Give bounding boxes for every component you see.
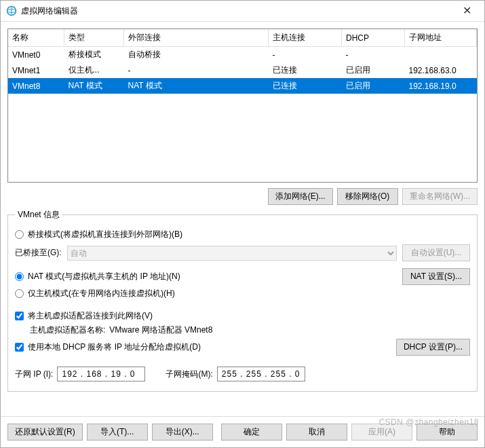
cancel-button[interactable]: 取消: [286, 424, 347, 441]
nat-mode-radio[interactable]: [15, 272, 24, 281]
nat-settings-button[interactable]: NAT 设置(S)...: [402, 268, 470, 285]
use-dhcp-label: 使用本地 DHCP 服务将 IP 地址分配给虚拟机(D): [28, 341, 201, 353]
table-cell: NAT 模式: [124, 78, 269, 94]
table-cell: 仅主机...: [64, 62, 124, 78]
subnet-ip-label: 子网 IP (I):: [15, 369, 53, 380]
apply-button: 应用(A): [351, 424, 412, 441]
ok-button[interactable]: 确定: [221, 424, 282, 441]
subnet-mask-label: 子网掩码(M):: [166, 369, 212, 380]
list-empty-area: [8, 94, 477, 182]
column-header[interactable]: 主机连接: [269, 29, 342, 47]
connect-host-adapter-label: 将主机虚拟适配器连接到此网络(V): [28, 310, 153, 322]
table-cell: 自动桥接: [124, 47, 269, 63]
export-button[interactable]: 导出(X)...: [152, 424, 213, 441]
table-cell: -: [124, 62, 269, 78]
rename-network-button: 重命名网络(W)...: [402, 188, 478, 205]
network-table: 名称类型外部连接主机连接DHCP子网地址 VMnet0桥接模式自动桥接--VMn…: [8, 29, 477, 94]
window-title: 虚拟网络编辑器: [21, 5, 454, 17]
titlebar: 虚拟网络编辑器 ✕: [1, 1, 484, 22]
table-cell: 192.168.63.0: [405, 62, 477, 78]
table-cell: -: [269, 47, 342, 63]
bridge-mode-radio[interactable]: [15, 230, 24, 239]
virtual-network-editor-window: 虚拟网络编辑器 ✕ 名称类型外部连接主机连接DHCP子网地址 VMnet0桥接模…: [0, 0, 485, 448]
table-cell: 桥接模式: [64, 47, 124, 63]
dhcp-settings-button[interactable]: DHCP 设置(P)...: [396, 339, 470, 356]
table-cell: NAT 模式: [64, 78, 124, 94]
table-row[interactable]: VMnet0桥接模式自动桥接--: [8, 47, 477, 63]
dialog-body: 名称类型外部连接主机连接DHCP子网地址 VMnet0桥接模式自动桥接--VMn…: [1, 22, 484, 416]
table-row[interactable]: VMnet1仅主机...-已连接已启用192.168.63.0: [8, 62, 477, 78]
table-cell: VMnet1: [8, 62, 64, 78]
host-adapter-name-label: 主机虚拟适配器名称:: [30, 324, 105, 336]
column-header[interactable]: 名称: [8, 29, 64, 47]
remove-network-button[interactable]: 移除网络(O): [337, 188, 398, 205]
bridge-to-select: 自动: [67, 246, 397, 261]
hostonly-mode-label: 仅主机模式(在专用网络内连接虚拟机)(H): [28, 288, 175, 299]
table-cell: 192.168.19.0: [405, 78, 477, 94]
table-cell: VMnet0: [8, 47, 64, 63]
host-adapter-name-value: VMware 网络适配器 VMnet8: [109, 324, 212, 336]
column-header[interactable]: 外部连接: [124, 29, 269, 47]
table-cell: 已连接: [269, 62, 342, 78]
connect-host-adapter-checkbox[interactable]: [15, 312, 24, 320]
vmnet-info-group: VMnet 信息 桥接模式(将虚拟机直接连接到外部网络)(B) 已桥接至(G):…: [7, 209, 478, 392]
subnet-mask-input[interactable]: [217, 367, 305, 381]
use-dhcp-checkbox[interactable]: [15, 343, 24, 352]
app-icon: [6, 5, 17, 16]
vmnet-info-legend: VMnet 信息: [15, 209, 62, 221]
table-cell: 已启用: [342, 62, 405, 78]
restore-defaults-button[interactable]: 还原默认设置(R): [7, 424, 83, 441]
column-header[interactable]: 类型: [64, 29, 124, 47]
add-network-button[interactable]: 添加网络(E)...: [268, 188, 333, 205]
import-button[interactable]: 导入(T)...: [87, 424, 148, 441]
table-cell: 已连接: [269, 78, 342, 94]
close-icon[interactable]: ✕: [454, 5, 479, 16]
table-row[interactable]: VMnet8NAT 模式NAT 模式已连接已启用192.168.19.0: [8, 78, 477, 94]
column-header[interactable]: 子网地址: [405, 29, 477, 47]
auto-settings-button: 自动设置(U)...: [402, 244, 470, 261]
table-cell: 已启用: [342, 78, 405, 94]
help-button[interactable]: 帮助: [416, 424, 478, 441]
table-cell: VMnet8: [8, 78, 64, 94]
subnet-ip-input[interactable]: [57, 367, 145, 381]
table-cell: [405, 47, 477, 63]
nat-mode-label: NAT 模式(与虚拟机共享主机的 IP 地址)(N): [28, 271, 180, 282]
column-header[interactable]: DHCP: [342, 29, 405, 47]
table-cell: -: [342, 47, 405, 63]
network-list[interactable]: 名称类型外部连接主机连接DHCP子网地址 VMnet0桥接模式自动桥接--VMn…: [7, 29, 478, 183]
bridge-to-label: 已桥接至(G):: [15, 247, 62, 259]
hostonly-mode-radio[interactable]: [15, 289, 24, 298]
dialog-button-bar: 还原默认设置(R) 导入(T)... 导出(X)... 确定 取消 应用(A) …: [1, 416, 484, 447]
bridge-mode-label: 桥接模式(将虚拟机直接连接到外部网络)(B): [28, 229, 182, 240]
